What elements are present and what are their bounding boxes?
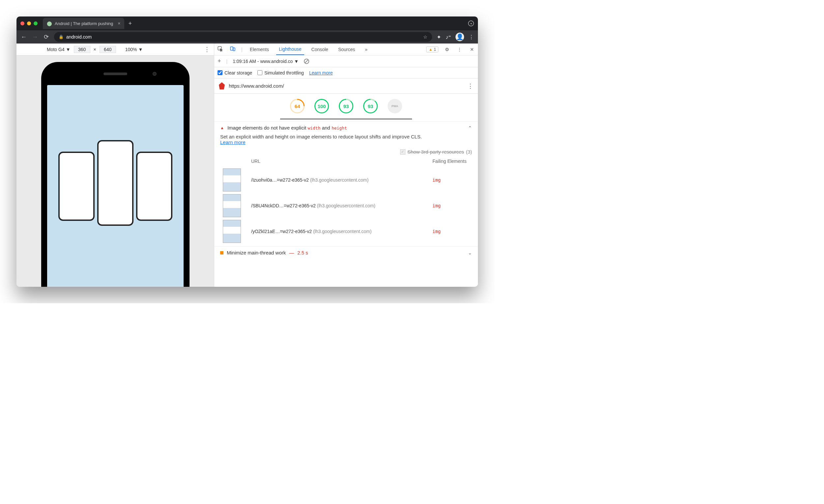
- sim-throttle-input[interactable]: [258, 70, 263, 75]
- report-url: https://www.android.com/: [229, 83, 284, 89]
- third-party-checkbox[interactable]: ✓: [400, 149, 405, 155]
- col-url: URL: [251, 159, 427, 166]
- score-best-practices[interactable]: 93: [339, 99, 353, 113]
- bookmark-star-icon[interactable]: ☆: [423, 34, 427, 39]
- audit-main-thread: Minimize main-thread work — 2.5 s ⌄: [214, 246, 478, 259]
- row-thumbnail: [223, 169, 241, 192]
- fail-triangle-icon: ▲: [220, 126, 224, 130]
- failing-elements-table: URL Failing Elements /Izuohvi0a…=w272-e3…: [220, 159, 472, 243]
- warn-square-icon: [220, 251, 223, 255]
- clear-storage-label: Clear storage: [224, 70, 252, 76]
- browser-menu-icon[interactable]: ⋮: [469, 34, 474, 40]
- devtools-tabs: | Elements Lighthouse Console Sources » …: [214, 43, 478, 56]
- android-icon: ⬤: [47, 21, 52, 26]
- row-url[interactable]: /yOZkl21aE…=w272-e365-v2 (lh3.googleuser…: [251, 229, 427, 234]
- row-url[interactable]: /Izuohvi0a…=w272-e365-v2 (lh3.googleuser…: [251, 177, 427, 183]
- media-icon[interactable]: ♪⁼: [446, 34, 451, 40]
- viewport-width-input[interactable]: 360: [74, 46, 90, 53]
- score-accessibility[interactable]: 100: [314, 99, 329, 113]
- tab-elements[interactable]: Elements: [247, 43, 272, 55]
- row-thumbnail: [223, 194, 241, 217]
- device-toolbar-menu-icon[interactable]: ⋮: [204, 46, 210, 53]
- tab-console[interactable]: Console: [309, 43, 331, 55]
- clear-icon[interactable]: [304, 59, 309, 64]
- audit-description: Set an explicit width and height on imag…: [220, 134, 472, 145]
- address-bar[interactable]: 🔒 android.com ☆: [54, 32, 432, 42]
- back-button[interactable]: ←: [20, 34, 27, 40]
- chevron-down-icon: ▼: [66, 47, 71, 52]
- audit-header[interactable]: ▲ Image elements do not have explicit wi…: [220, 125, 472, 130]
- audit-title: Image elements do not have explicit widt…: [227, 125, 347, 130]
- reload-button[interactable]: ⟳: [43, 33, 49, 40]
- tab-lighthouse[interactable]: Lighthouse: [276, 43, 304, 55]
- phone-camera: [152, 72, 157, 76]
- row-url[interactable]: /SBU4NckDD…=w272-e365-v2 (lh3.googleuser…: [251, 203, 427, 208]
- phone-speaker: [103, 73, 127, 75]
- score-seo[interactable]: 93: [363, 99, 378, 113]
- mock-phone-maps: [97, 140, 133, 226]
- device-toggle-icon[interactable]: [229, 46, 237, 53]
- mock-phone-audiobook: [136, 152, 172, 221]
- devtools-pane: | Elements Lighthouse Console Sources » …: [214, 43, 478, 287]
- device-select[interactable]: Moto G4 ▼: [47, 47, 71, 52]
- url-text: android.com: [66, 34, 92, 39]
- minimize-window[interactable]: [27, 21, 31, 25]
- row-tag: img: [432, 229, 472, 234]
- tab-sources[interactable]: Sources: [335, 43, 357, 55]
- extensions-icon[interactable]: ✦: [437, 34, 441, 40]
- lighthouse-body[interactable]: 64 100 93 93 PWA ▲ Image elements do not…: [214, 94, 478, 287]
- third-party-count: (3): [466, 149, 472, 155]
- new-report-icon[interactable]: +: [217, 58, 221, 65]
- tabs-more[interactable]: »: [362, 43, 370, 55]
- score-row: 64 100 93 93 PWA: [280, 94, 412, 119]
- window-controls: [20, 21, 37, 25]
- score-performance[interactable]: 64: [290, 99, 305, 113]
- warning-icon: ▲: [428, 47, 432, 52]
- device-viewport: Google serves cookies to analyze traffic…: [16, 56, 214, 287]
- learn-more-link[interactable]: Learn more: [309, 70, 333, 76]
- audit-learn-more-link[interactable]: Learn more: [220, 139, 245, 145]
- inspect-icon[interactable]: [216, 46, 224, 53]
- sim-throttle-label: Simulated throttling: [264, 70, 304, 76]
- chevron-down-icon: ⌄: [468, 250, 472, 256]
- audit-title: Minimize main-thread work: [227, 250, 286, 256]
- svg-rect-2: [233, 48, 235, 51]
- maximize-window[interactable]: [34, 21, 37, 25]
- device-preview-pane: Moto G4 ▼ 360 × 640 100% ▼ ⋮: [16, 43, 214, 287]
- clear-storage-checkbox[interactable]: Clear storage: [217, 70, 252, 76]
- hero-section: [47, 85, 184, 287]
- forward-button[interactable]: →: [32, 34, 38, 40]
- audit-sep: —: [289, 250, 294, 256]
- clear-storage-input[interactable]: [217, 70, 222, 75]
- audit-header[interactable]: Minimize main-thread work — 2.5 s ⌄: [220, 250, 472, 256]
- extension-icons: ✦ ♪⁼ 👤 ⋮: [437, 33, 474, 41]
- phone-screen[interactable]: Google serves cookies to analyze traffic…: [47, 85, 184, 287]
- close-tab-icon[interactable]: ×: [118, 21, 120, 26]
- settings-gear-icon[interactable]: ⚙: [443, 47, 451, 52]
- svg-rect-1: [230, 47, 233, 51]
- third-party-toggle[interactable]: ✓ Show 3rd-party resources (3): [220, 149, 472, 155]
- third-party-label: Show 3rd-party resources: [407, 149, 464, 155]
- warnings-badge[interactable]: ▲ 1: [426, 46, 438, 53]
- new-tab-button[interactable]: +: [128, 20, 132, 27]
- viewport-height-input[interactable]: 640: [100, 46, 116, 53]
- close-window[interactable]: [20, 21, 24, 25]
- zoom-select[interactable]: 100% ▼: [125, 47, 143, 52]
- simulated-throttling-checkbox[interactable]: Simulated throttling: [258, 70, 304, 76]
- profile-avatar[interactable]: 👤: [455, 33, 464, 41]
- score-pwa[interactable]: PWA: [388, 99, 402, 113]
- col-failing: Failing Elements: [432, 159, 472, 166]
- zoom-value: 100%: [125, 47, 137, 52]
- tabs-dropdown-icon[interactable]: ▾: [468, 20, 474, 26]
- report-label: 1:09:16 AM - www.android.co: [233, 59, 293, 64]
- row-thumbnail: [223, 220, 241, 243]
- browser-tab[interactable]: ⬤ Android | The platform pushing ×: [43, 18, 124, 29]
- report-select[interactable]: 1:09:16 AM - www.android.co ▼: [233, 59, 299, 64]
- report-menu-icon[interactable]: ⋮: [468, 82, 473, 90]
- devtools-menu-icon[interactable]: ⋮: [455, 47, 463, 52]
- close-devtools-icon[interactable]: ✕: [468, 47, 476, 52]
- titlebar: ⬤ Android | The platform pushing × + ▾: [16, 16, 478, 30]
- row-tag: img: [432, 203, 472, 208]
- lighthouse-site-row: https://www.android.com/ ⋮: [214, 79, 478, 94]
- chevron-up-icon: ⌃: [468, 125, 472, 130]
